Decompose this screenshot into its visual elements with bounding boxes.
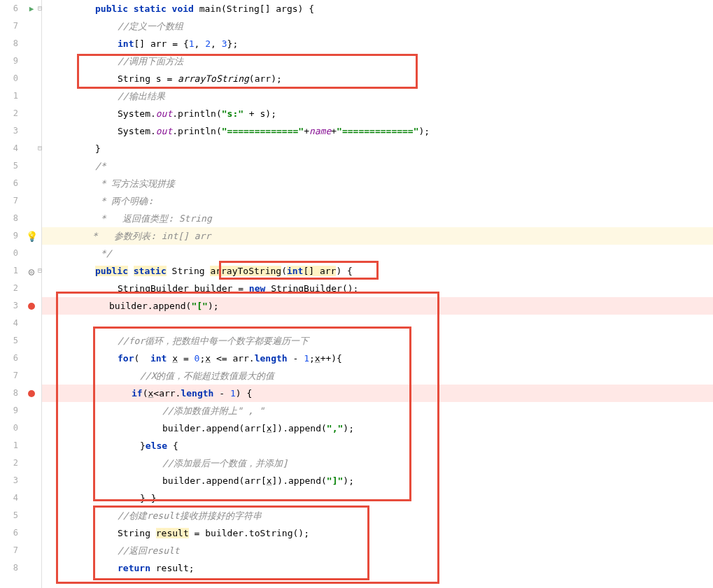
run-icon[interactable]: ▶ (29, 4, 34, 13)
line-number: 8 (0, 210, 21, 227)
code-line[interactable]: //创建result接收拼接好的字符串 (50, 507, 713, 524)
gutter-empty (21, 17, 42, 35)
line-number: 2 (0, 105, 21, 122)
code-line[interactable]: /* (50, 157, 713, 175)
gutter-empty (21, 192, 42, 210)
line-number: 3 (0, 297, 21, 315)
gutter: 678901234567890123456789012345678 ▶💡◎ (0, 0, 42, 588)
gutter-empty (21, 245, 42, 262)
line-number: 1 (0, 87, 21, 105)
line-number: 5 (0, 507, 21, 524)
line-number: 2 (0, 454, 21, 472)
code-line[interactable]: public static void main(String[] args) { (50, 0, 713, 17)
line-number: 7 (0, 17, 21, 35)
code-line[interactable]: //返回result (50, 542, 713, 559)
line-number: 9 (0, 52, 21, 70)
gutter-empty (21, 105, 42, 122)
override-icon[interactable]: ◎ (29, 266, 34, 277)
gutter-empty (21, 35, 42, 52)
line-numbers: 678901234567890123456789012345678 (0, 0, 21, 577)
line-number: 0 (0, 420, 21, 437)
hint-gutter[interactable]: 💡 (21, 227, 42, 245)
code-line[interactable]: //添加最后一个数值，并添加] (50, 454, 713, 472)
code-line[interactable]: builder.append(arr[x]).append("]"); (50, 472, 713, 489)
code-area[interactable]: ⊟⊟⊟ public static void main(String[] arg… (42, 0, 713, 588)
line-number: 6 (0, 524, 21, 542)
code-line[interactable]: for( int x = 0;x <= arr.length - 1;x++){ (50, 350, 713, 367)
gutter-empty (21, 542, 42, 559)
breakpoint-gutter[interactable] (21, 297, 42, 315)
line-number: 8 (0, 35, 21, 52)
editor-container: 678901234567890123456789012345678 ▶💡◎ ⊟⊟… (0, 0, 713, 588)
gutter-empty (21, 87, 42, 105)
line-number: 0 (0, 245, 21, 262)
line-number: 8 (0, 559, 21, 577)
gutter-icons: ▶💡◎ (21, 0, 42, 577)
line-number: 7 (0, 542, 21, 559)
gutter-empty (21, 402, 42, 420)
gutter-empty (21, 454, 42, 472)
code-line[interactable]: builder.append("["); (42, 297, 713, 315)
line-number: 5 (0, 332, 21, 350)
gutter-empty (21, 507, 42, 524)
code-line[interactable]: * 两个明确: (50, 192, 713, 210)
code-line[interactable]: * 参数列表: int[] arr (42, 227, 713, 245)
code-line[interactable]: * 写方法实现拼接 (50, 175, 713, 192)
code-line[interactable]: builder.append(arr[x]).append(","); (50, 420, 713, 437)
code-line[interactable]: //定义一个数组 (50, 17, 713, 35)
breakpoint-icon[interactable] (28, 390, 35, 397)
code-line[interactable]: String result = builder.toString(); (50, 524, 713, 542)
code-line[interactable]: String s = arrayToString(arr); (50, 70, 713, 87)
gutter-empty (21, 420, 42, 437)
fold-toggle-icon[interactable]: ⊟ (38, 4, 42, 12)
code-line[interactable]: }else { (50, 437, 713, 454)
breakpoint-gutter[interactable] (21, 385, 42, 402)
line-number: 9 (0, 402, 21, 420)
gutter-empty (21, 472, 42, 489)
code-line[interactable]: StringBuilder builder = new StringBuilde… (50, 280, 713, 297)
line-number: 6 (0, 0, 21, 17)
code-line[interactable]: public static String arrayToString(int[]… (50, 262, 713, 280)
code-line[interactable]: return result; (50, 559, 713, 577)
fold-toggle-icon[interactable]: ⊟ (38, 144, 42, 152)
code-line[interactable] (50, 315, 713, 332)
gutter-empty (21, 367, 42, 385)
code-line[interactable]: //添加数值并附上" , " (50, 402, 713, 420)
line-number: 4 (0, 315, 21, 332)
code-line[interactable]: //输出结果 (50, 87, 713, 105)
line-number: 1 (0, 262, 21, 280)
code-line[interactable]: } } (50, 489, 713, 507)
bulb-icon[interactable]: 💡 (26, 231, 38, 242)
code-line[interactable]: * 返回值类型: String (50, 210, 713, 227)
code-line[interactable]: //X的值，不能超过数值最大的值 (50, 367, 713, 385)
code-line[interactable]: //for循环，把数组中每一个数字都要遍历一下 (50, 332, 713, 350)
gutter-empty (21, 332, 42, 350)
code-line[interactable]: int[] arr = {1, 2, 3}; (50, 35, 713, 52)
code-line[interactable]: System.out.println("============="+name+… (50, 122, 713, 140)
line-number: 8 (0, 385, 21, 402)
code-line[interactable]: if(x<arr.length - 1) { (42, 385, 713, 402)
code-line[interactable]: } (50, 140, 713, 157)
line-number: 0 (0, 70, 21, 87)
gutter-empty (21, 175, 42, 192)
code-line[interactable]: System.out.println("s:" + s); (50, 105, 713, 122)
line-number: 4 (0, 140, 21, 157)
breakpoint-icon[interactable] (28, 303, 35, 310)
line-number: 6 (0, 175, 21, 192)
gutter-empty (21, 437, 42, 454)
line-number: 4 (0, 489, 21, 507)
code-line[interactable]: //调用下面方法 (50, 52, 713, 70)
line-number: 3 (0, 122, 21, 140)
fold-toggle-icon[interactable]: ⊟ (38, 266, 42, 274)
line-number: 2 (0, 280, 21, 297)
gutter-empty (21, 489, 42, 507)
line-number: 7 (0, 192, 21, 210)
gutter-empty (21, 280, 42, 297)
gutter-empty (21, 315, 42, 332)
code-line[interactable]: */ (50, 245, 713, 262)
gutter-empty (21, 210, 42, 227)
gutter-empty (21, 157, 42, 175)
line-number: 7 (0, 367, 21, 385)
gutter-empty (21, 524, 42, 542)
gutter-empty (21, 559, 42, 577)
